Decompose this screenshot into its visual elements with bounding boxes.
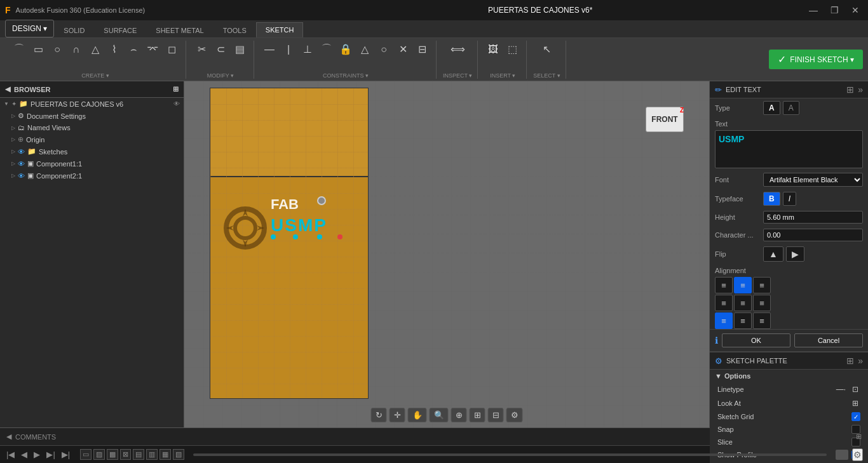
select-button[interactable]: ↖ (538, 41, 556, 58)
polygon-tool-button[interactable]: △ (86, 41, 104, 58)
browser-item-doc-settings[interactable]: ▷ ⚙ Document Settings (0, 110, 184, 122)
align-right-top-button[interactable]: ≡ (753, 277, 771, 293)
player-view3-button[interactable]: ▩ (107, 449, 118, 460)
minimize-button[interactable]: — (805, 4, 822, 17)
align-left-top-button[interactable]: ≡ (715, 277, 733, 293)
eye-comp1-icon[interactable]: 👁 (18, 160, 25, 168)
align-left-mid-button[interactable]: ≡ (715, 295, 733, 311)
player-view2-button[interactable]: ▨ (93, 449, 105, 460)
player-view4-button[interactable]: ⊠ (120, 449, 131, 460)
eye-visible-icon[interactable]: 👁 (18, 148, 25, 156)
view-settings-button[interactable]: ⚙ (506, 408, 523, 422)
rotate-view-button[interactable]: ↻ (371, 408, 387, 422)
tab-solid[interactable]: SOLID (54, 23, 94, 37)
handle-dot-3[interactable] (317, 234, 322, 239)
timeline-track[interactable] (193, 453, 827, 456)
handle-dot-4[interactable] (337, 234, 342, 239)
outline-text-button[interactable]: A (783, 101, 799, 115)
font-select[interactable]: Artifakt Element Black (763, 173, 863, 187)
align-right-bottom-button[interactable]: ≡ (753, 312, 771, 329)
comments-pin-icon[interactable]: ⊞ (856, 433, 862, 441)
flip-right-button[interactable]: ▶ (786, 246, 804, 262)
player-prev-button[interactable]: ◀ (20, 448, 29, 460)
align-center-top-button[interactable]: ≡ (734, 277, 752, 293)
offset-curve-button[interactable]: ⊂ (212, 41, 229, 58)
timeline-handle[interactable] (836, 450, 848, 460)
handle-dot-1[interactable] (271, 234, 276, 239)
align-left-bottom-button[interactable]: ≡ (715, 312, 733, 329)
line-tool-button[interactable]: ⌒ (10, 41, 28, 58)
comments-expand-icon[interactable]: ◀ (6, 433, 11, 441)
eye-comp2-icon[interactable]: 👁 (18, 172, 25, 180)
grab-view-button[interactable]: ✋ (408, 408, 427, 422)
player-view1-button[interactable]: ▭ (80, 449, 92, 460)
tangent-constraint-button[interactable]: ⌒ (318, 41, 336, 58)
pan-view-button[interactable]: ✛ (390, 408, 405, 422)
control-point[interactable] (317, 196, 326, 205)
maximize-button[interactable]: ❐ (827, 4, 843, 17)
panel-expand-icon[interactable]: ⊞ (846, 84, 854, 95)
canvas-area[interactable]: FAB USMP Z (184, 81, 709, 427)
browser-item-component1[interactable]: ▷ 👁 ▣ Component1:1 (0, 158, 184, 170)
eye-icon[interactable]: 👁 (173, 100, 180, 107)
align-center-mid-button[interactable]: ≡ (734, 295, 752, 311)
browser-item-root[interactable]: ▼ ✦ 📁 PUEERTAS DE CAJONES v6 👁 (0, 98, 184, 110)
vertical-constraint-button[interactable]: | (280, 41, 297, 58)
browser-item-sketches[interactable]: ▷ 👁 📁 Sketches (0, 145, 184, 158)
cancel-button[interactable]: Cancel (794, 333, 863, 347)
conic-tool-button[interactable]: ⌢ (125, 41, 142, 58)
spline-tool-button[interactable]: ⌇ (105, 41, 123, 58)
tab-sheet-metal[interactable]: SHEET METAL (146, 23, 213, 37)
linetype-icon1-button[interactable]: —· (834, 384, 848, 394)
tab-tools[interactable]: TOOLS (214, 23, 256, 37)
insert-image-button[interactable]: 🖼 (484, 41, 502, 58)
player-view6-button[interactable]: ▥ (146, 449, 158, 460)
player-view8-button[interactable]: ▧ (173, 449, 184, 460)
text-input[interactable]: USMP (715, 130, 863, 168)
measure-button[interactable]: ⟺ (448, 41, 468, 58)
player-skip-end-button[interactable]: ▶| (60, 448, 71, 460)
circle-tool-button[interactable]: ○ (48, 41, 66, 58)
look-at-button[interactable]: ⊞ (850, 398, 860, 408)
horizontal-constraint-button[interactable]: — (261, 41, 278, 58)
insert-select-button[interactable]: ⬚ (503, 41, 521, 58)
browser-expand-icon[interactable]: ◀ (5, 85, 10, 93)
frame-constraint-button[interactable]: ⊟ (413, 41, 431, 58)
browser-item-named-views[interactable]: ▷ 🗂 Named Views (0, 122, 184, 133)
panel-collapse-icon[interactable]: » (858, 84, 863, 95)
browser-pin-icon[interactable]: ⊞ (173, 85, 179, 93)
align-center-bottom-button[interactable]: ≡ (734, 312, 752, 329)
triangle-constraint-button[interactable]: △ (356, 41, 374, 58)
sketch-grid-checkbox[interactable]: ✓ (851, 412, 860, 421)
italic-button[interactable]: I (783, 192, 796, 206)
grid-view-button[interactable]: ⊞ (470, 408, 485, 422)
flip-up-button[interactable]: ▲ (763, 246, 783, 262)
tab-surface[interactable]: SURFACE (94, 23, 146, 37)
player-next-button[interactable]: ▶| (45, 448, 56, 460)
design-dropdown-button[interactable]: DESIGN ▾ (5, 20, 54, 37)
tab-sketch[interactable]: SKETCH (256, 22, 304, 37)
player-play-button[interactable]: ▶ (32, 448, 41, 460)
offset-tool-button[interactable]: ◻ (163, 41, 180, 58)
browser-item-origin[interactable]: ▷ ⊕ Origin (0, 133, 184, 145)
circle-constraint-button[interactable]: ○ (375, 41, 393, 58)
project-button[interactable]: ▤ (231, 41, 248, 58)
player-view7-button[interactable]: ▦ (159, 449, 171, 460)
cross-constraint-button[interactable]: ✕ (394, 41, 412, 58)
viewcube[interactable]: Z FRONT (646, 100, 690, 151)
fit-view-button[interactable]: ⊕ (451, 408, 467, 422)
browser-item-component2[interactable]: ▷ 👁 ▣ Component2:1 (0, 170, 184, 182)
arc-tool-button[interactable]: ∩ (67, 41, 85, 58)
display-settings-button[interactable]: ⊟ (488, 408, 504, 422)
player-view5-button[interactable]: ▤ (133, 449, 144, 460)
close-button[interactable]: ✕ (848, 4, 863, 17)
align-right-mid-button[interactable]: ≡ (753, 295, 771, 311)
palette-expand-icon[interactable]: ⊞ (846, 356, 854, 366)
fillet-tool-button[interactable]: ⌤ (144, 41, 161, 58)
solid-text-button[interactable]: A (763, 101, 780, 115)
linetype-icon2-button[interactable]: ⊡ (850, 384, 860, 394)
settings-button[interactable]: ⚙ (852, 448, 863, 461)
cube-front-face[interactable]: FRONT (646, 107, 684, 132)
bold-button[interactable]: B (763, 192, 780, 206)
rectangle-tool-button[interactable]: ▭ (29, 41, 47, 58)
